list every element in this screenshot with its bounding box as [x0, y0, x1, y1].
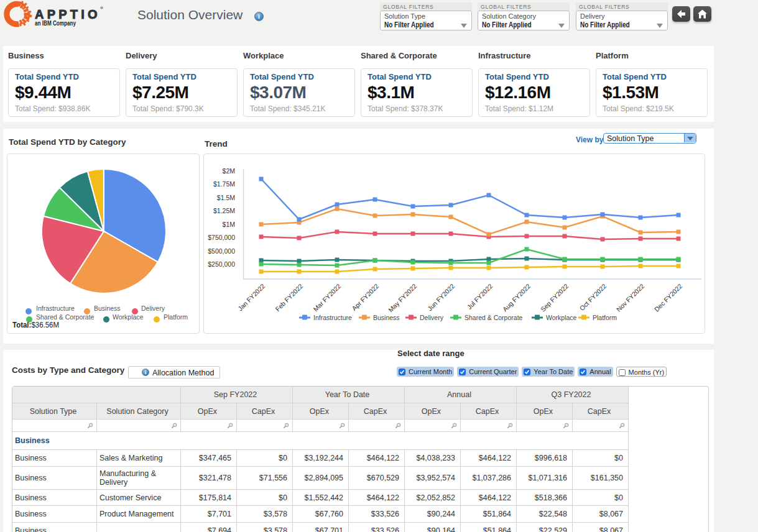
svg-text:$1.75M: $1.75M [213, 180, 235, 188]
svg-text:$250,000: $250,000 [208, 260, 235, 268]
svg-text:Delivery: Delivery [420, 314, 444, 321]
svg-text:Aug FY2022: Aug FY2022 [501, 282, 532, 313]
svg-text:$1M: $1M [223, 221, 235, 228]
svg-text:Business: Business [373, 314, 400, 321]
svg-text:$2M: $2M [223, 167, 235, 175]
svg-text:i: i [258, 13, 260, 20]
svg-text:Jul FY2022: Jul FY2022 [465, 282, 494, 311]
svg-text:Platform: Platform [593, 314, 617, 321]
svg-text:Dec FY2022: Dec FY2022 [653, 282, 684, 313]
svg-text:$750,000: $750,000 [208, 234, 235, 241]
svg-text:Workplace: Workplace [546, 314, 577, 321]
svg-text:$1.25M: $1.25M [213, 207, 235, 214]
svg-text:Sep FY2022: Sep FY2022 [539, 282, 570, 313]
svg-text:Mar FY2022: Mar FY2022 [312, 282, 342, 313]
svg-text:Apr FY2022: Apr FY2022 [350, 282, 380, 312]
svg-text:Oct FY2022: Oct FY2022 [578, 282, 608, 312]
svg-text:APPTIO: APPTIO [35, 7, 99, 21]
svg-text:an IBM Company: an IBM Company [35, 20, 76, 27]
svg-text:$500,000: $500,000 [208, 247, 235, 255]
svg-text:Infrastructure: Infrastructure [313, 314, 352, 321]
svg-text:Jun FY2022: Jun FY2022 [426, 282, 456, 313]
svg-text:Jan FY2022: Jan FY2022 [236, 282, 267, 313]
svg-text:$1.5M: $1.5M [217, 194, 235, 201]
svg-text:Nov FY2022: Nov FY2022 [615, 282, 646, 313]
svg-text:Shared & Corporate: Shared & Corporate [465, 314, 523, 321]
svg-text:May FY2022: May FY2022 [387, 282, 418, 314]
svg-text:Feb FY2022: Feb FY2022 [274, 282, 304, 313]
